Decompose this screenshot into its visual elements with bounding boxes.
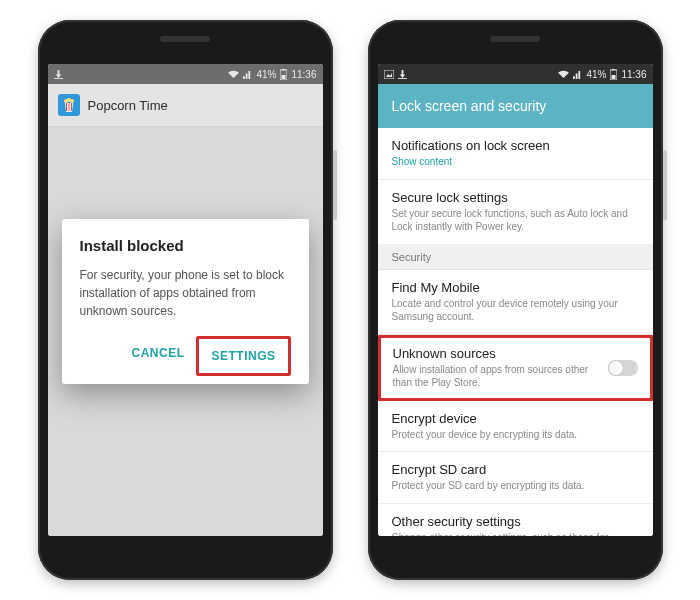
screen-right: 41% 11:36 Lock screen and security Notif… bbox=[378, 64, 653, 536]
cancel-button[interactable]: CANCEL bbox=[119, 336, 196, 376]
setting-title: Encrypt SD card bbox=[392, 462, 639, 477]
section-header-security: Security bbox=[378, 245, 653, 270]
svg-rect-3 bbox=[282, 69, 285, 70]
signal-icon bbox=[573, 70, 582, 79]
setting-title: Encrypt device bbox=[392, 411, 639, 426]
svg-rect-7 bbox=[384, 70, 394, 79]
setting-subtitle: Show content bbox=[392, 155, 639, 169]
setting-unknown-sources[interactable]: Unknown sources Allow installation of ap… bbox=[393, 346, 638, 390]
install-blocked-dialog: Install blocked For security, your phone… bbox=[62, 219, 309, 384]
popcorn-time-icon bbox=[58, 94, 80, 116]
clock-time: 11:36 bbox=[621, 69, 646, 80]
svg-rect-11 bbox=[612, 69, 615, 70]
setting-title: Other security settings bbox=[392, 514, 639, 529]
dialog-message: For security, your phone is set to block… bbox=[80, 266, 291, 320]
download-icon bbox=[398, 70, 407, 79]
battery-icon bbox=[610, 69, 617, 80]
setting-encrypt-device[interactable]: Encrypt device Protect your device by en… bbox=[378, 401, 653, 453]
app-header: Popcorn Time bbox=[48, 84, 323, 127]
signal-icon bbox=[243, 70, 252, 79]
setting-other-security[interactable]: Other security settings Change other sec… bbox=[378, 504, 653, 537]
setting-subtitle: Set your secure lock functions, such as … bbox=[392, 207, 639, 234]
settings-list[interactable]: Notifications on lock screen Show conten… bbox=[378, 128, 653, 536]
setting-subtitle: Protect your device by encrypting its da… bbox=[392, 428, 639, 442]
setting-secure-lock[interactable]: Secure lock settings Set your secure loc… bbox=[378, 180, 653, 245]
battery-percent: 41% bbox=[256, 69, 276, 80]
setting-find-my-mobile[interactable]: Find My Mobile Locate and control your d… bbox=[378, 270, 653, 335]
svg-rect-2 bbox=[282, 75, 286, 79]
download-icon bbox=[54, 70, 63, 79]
phone-frame-right: 41% 11:36 Lock screen and security Notif… bbox=[368, 20, 663, 580]
status-bar: 41% 11:36 bbox=[48, 64, 323, 84]
svg-rect-0 bbox=[54, 78, 63, 79]
dialog-actions: CANCEL SETTINGS bbox=[80, 336, 291, 376]
setting-subtitle: Allow installation of apps from sources … bbox=[393, 363, 598, 390]
svg-point-6 bbox=[70, 99, 74, 103]
svg-rect-8 bbox=[398, 78, 407, 79]
status-bar: 41% 11:36 bbox=[378, 64, 653, 84]
settings-button-highlight: SETTINGS bbox=[196, 336, 290, 376]
setting-subtitle: Locate and control your device remotely … bbox=[392, 297, 639, 324]
wifi-icon bbox=[558, 70, 569, 79]
settings-page-title: Lock screen and security bbox=[378, 84, 653, 128]
app-body: Install blocked For security, your phone… bbox=[48, 127, 323, 536]
setting-title: Secure lock settings bbox=[392, 190, 639, 205]
setting-encrypt-sd[interactable]: Encrypt SD card Protect your SD card by … bbox=[378, 452, 653, 504]
wifi-icon bbox=[228, 70, 239, 79]
setting-subtitle: Protect your SD card by encrypting its d… bbox=[392, 479, 639, 493]
battery-icon bbox=[280, 69, 287, 80]
battery-percent: 41% bbox=[586, 69, 606, 80]
dialog-title: Install blocked bbox=[80, 237, 291, 254]
setting-title: Notifications on lock screen bbox=[392, 138, 639, 153]
settings-button[interactable]: SETTINGS bbox=[199, 339, 287, 373]
svg-rect-10 bbox=[612, 75, 616, 79]
screen-left: 41% 11:36 Popcorn Time Install blocked F… bbox=[48, 64, 323, 536]
image-icon bbox=[384, 70, 394, 79]
setting-title: Find My Mobile bbox=[392, 280, 639, 295]
app-title: Popcorn Time bbox=[88, 98, 168, 113]
unknown-sources-toggle[interactable] bbox=[608, 360, 638, 376]
setting-title: Unknown sources bbox=[393, 346, 598, 361]
unknown-sources-highlight: Unknown sources Allow installation of ap… bbox=[378, 335, 653, 401]
phone-frame-left: 41% 11:36 Popcorn Time Install blocked F… bbox=[38, 20, 333, 580]
setting-subtitle: Change other security settings, such as … bbox=[392, 531, 639, 537]
clock-time: 11:36 bbox=[291, 69, 316, 80]
setting-notifications[interactable]: Notifications on lock screen Show conten… bbox=[378, 128, 653, 180]
